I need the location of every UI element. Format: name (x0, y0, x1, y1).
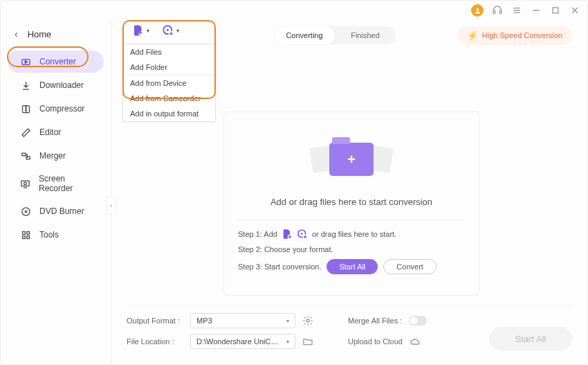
svg-point-17 (21, 207, 29, 215)
svg-rect-15 (21, 181, 29, 186)
add-disc-icon (297, 229, 308, 240)
sidebar-item-label: DVD Burner (39, 206, 84, 216)
tab-finished[interactable]: Finished (335, 26, 396, 44)
sidebar-item-label: Tools (39, 230, 59, 240)
svg-point-25 (167, 29, 169, 31)
drop-zone-title: Add or drag files here to start conversi… (238, 197, 465, 207)
file-location-select[interactable]: D:\Wondershare UniConverter 1▾ (190, 334, 295, 349)
start-all-button[interactable]: Start All (327, 259, 378, 274)
convert-button[interactable]: Convert (383, 259, 437, 274)
merge-label: Merge All Files : (348, 317, 402, 325)
high-speed-conversion-button[interactable]: ⚡ High Speed Conversion (457, 26, 572, 45)
sidebar-item-label: Downloader (39, 80, 84, 90)
downloader-icon (20, 80, 31, 91)
svg-rect-13 (21, 153, 25, 156)
add-disc-icon (162, 24, 174, 37)
svg-rect-22 (26, 235, 29, 238)
sidebar-item-screen-recorder[interactable]: Screen Recorder (8, 168, 104, 199)
sidebar-item-label: Editor (39, 127, 61, 137)
add-file-icon (282, 229, 293, 240)
sidebar-item-label: Merger (39, 151, 66, 161)
step-2: Step 2: Choose your format. (238, 245, 465, 253)
output-format-label: Output Format : (127, 317, 183, 325)
compressor-icon (20, 103, 31, 114)
step-1: Step 1: Add or drag files here to start. (238, 229, 465, 240)
high-speed-label: High Speed Conversion (482, 31, 562, 39)
sidebar-item-downloader[interactable]: Downloader (8, 74, 104, 96)
menu-item[interactable]: Add Files (123, 44, 215, 60)
add-file-icon (132, 24, 145, 37)
sidebar-item-converter[interactable]: Converter (8, 51, 104, 73)
home-back-row[interactable]: ‹ Home (1, 23, 111, 49)
add-dropdown-menu: Add FilesAdd FolderAdd from DeviceAdd fr… (122, 44, 216, 122)
sidebar: ‹ Home ConverterDownloaderCompressorEdit… (1, 20, 111, 364)
step-3: Step 3: Start conversion. Start All Conv… (238, 259, 465, 274)
sidebar-item-label: Compressor (39, 104, 84, 114)
add-file-button[interactable]: ▾ (132, 24, 149, 37)
upload-cloud-label: Upload to Cloud (348, 337, 403, 346)
svg-rect-20 (26, 231, 29, 234)
sidebar-item-label: Converter (39, 57, 76, 66)
sidebar-item-tools[interactable]: Tools (8, 224, 104, 246)
add-disc-button[interactable]: ▾ (162, 24, 179, 37)
dvd-burner-icon (20, 206, 31, 217)
svg-point-31 (306, 319, 309, 322)
home-label: Home (28, 29, 52, 39)
svg-rect-7 (553, 8, 558, 13)
sidebar-item-merger[interactable]: Merger (8, 145, 104, 167)
output-format-select[interactable]: MP3▾ (190, 313, 295, 328)
close-icon[interactable] (569, 5, 580, 16)
svg-rect-23 (139, 31, 145, 37)
maximize-icon[interactable] (550, 5, 561, 16)
menu-icon[interactable] (511, 5, 522, 16)
minimize-icon[interactable] (531, 5, 542, 16)
menu-item[interactable]: Add from Device (123, 75, 215, 91)
folder-open-icon[interactable] (302, 336, 313, 347)
tab-converting[interactable]: Converting (274, 26, 335, 44)
editor-icon (20, 127, 31, 138)
svg-rect-1 (493, 11, 495, 14)
menu-item[interactable]: Add from Camcorder (123, 91, 215, 106)
headset-icon[interactable] (492, 5, 503, 16)
bolt-icon: ⚡ (467, 30, 478, 41)
caret-down-icon: ▾ (176, 28, 179, 34)
user-avatar-icon[interactable] (471, 4, 484, 17)
svg-rect-2 (499, 11, 502, 14)
start-all-main-button[interactable]: Start All (489, 327, 572, 350)
svg-marker-11 (25, 60, 27, 63)
menu-item[interactable]: Add Folder (123, 60, 215, 75)
drop-zone[interactable]: + Add or drag files here to start conver… (223, 112, 479, 296)
svg-point-0 (476, 8, 479, 10)
svg-rect-19 (22, 231, 25, 234)
sidebar-item-label: Screen Recorder (39, 174, 91, 193)
svg-point-16 (24, 182, 27, 185)
sidebar-item-editor[interactable]: Editor (8, 121, 104, 143)
merger-icon (20, 150, 31, 161)
caret-down-icon: ▾ (147, 28, 149, 34)
chevron-left-icon: ‹ (15, 28, 18, 39)
folder-plus-icon: + (329, 143, 374, 176)
merge-toggle[interactable] (409, 316, 427, 326)
converter-icon (20, 56, 31, 67)
svg-rect-21 (22, 235, 25, 238)
tools-icon (20, 229, 31, 240)
drop-zone-graphic: + (238, 129, 465, 190)
gear-icon[interactable] (302, 315, 313, 326)
screen-recorder-icon (20, 178, 30, 189)
file-location-label: File Location : (127, 337, 183, 346)
cloud-icon[interactable] (410, 336, 421, 347)
menu-item[interactable]: Add in output format (123, 106, 215, 121)
status-tabs: Converting Finished (274, 26, 396, 44)
sidebar-item-dvd-burner[interactable]: DVD Burner (8, 200, 104, 222)
sidebar-item-compressor[interactable]: Compressor (8, 98, 104, 120)
svg-point-18 (25, 211, 27, 213)
svg-point-29 (301, 233, 303, 235)
